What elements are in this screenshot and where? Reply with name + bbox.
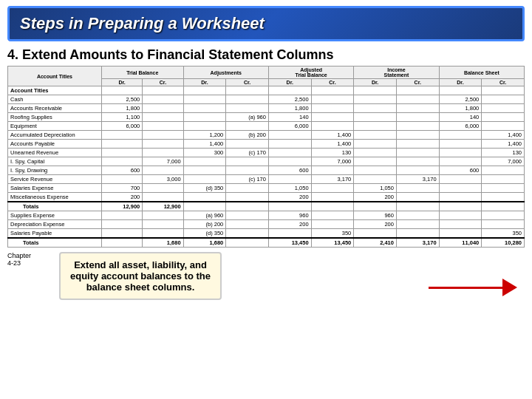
page-title: Steps in Preparing a Worksheet (20, 14, 512, 33)
cell (482, 193, 525, 202)
account-label: Depreciation Expense (8, 220, 102, 229)
cell (143, 149, 183, 157)
account-label: Cash (8, 95, 102, 104)
cell (311, 113, 354, 122)
cell: 1,200 (183, 131, 226, 140)
cell (268, 157, 311, 166)
cell (482, 175, 525, 184)
table-row: Salaries Payable(d) 350350350 (8, 229, 525, 239)
table-row: Supplies Expense(a) 960960960 (8, 211, 525, 220)
cell (226, 140, 269, 149)
cell (396, 193, 439, 202)
cell: 140 (439, 113, 482, 122)
cell (143, 184, 183, 193)
cell (101, 140, 142, 149)
cell: 10,280 (482, 238, 525, 248)
cell (354, 202, 397, 211)
account-label: Supplies Expense (8, 211, 102, 220)
cell: 200 (268, 193, 311, 202)
cell: 960 (354, 211, 397, 220)
cell (439, 202, 482, 211)
bottom-section: Chapter 4-23 Extend all asset, liability… (0, 250, 532, 300)
account-label: Totals (8, 238, 102, 248)
cell: 1,050 (268, 184, 311, 193)
cell (101, 175, 142, 184)
cell (226, 220, 269, 229)
account-label: Salaries Expense (8, 184, 102, 193)
cell (354, 95, 397, 104)
account-label: Accumulated Depreciation (8, 131, 102, 140)
cell (183, 166, 226, 175)
atb-dr: Dr. (268, 79, 311, 86)
cell (226, 211, 269, 220)
cell (268, 131, 311, 140)
cell: 300 (183, 149, 226, 157)
cell (226, 238, 269, 248)
cell (311, 220, 354, 229)
cell (183, 95, 226, 104)
cell: 1,400 (311, 140, 354, 149)
cell (226, 184, 269, 193)
cell: 13,450 (311, 238, 354, 248)
tb-cr: Cr. (143, 79, 183, 86)
cell: 1,400 (482, 131, 525, 140)
cell (396, 113, 439, 122)
chapter-info: Chapter 4-23 (7, 252, 52, 267)
cell: (c) 170 (226, 149, 269, 157)
trial-balance-header: Trial Balance (101, 66, 183, 79)
cell (396, 149, 439, 157)
cell (396, 157, 439, 166)
cell: 12,900 (101, 202, 142, 211)
cell (311, 202, 354, 211)
cell (482, 86, 525, 95)
cell (268, 175, 311, 184)
cell (268, 86, 311, 95)
cell (396, 95, 439, 104)
cell (143, 104, 183, 113)
table-row: Cash2,5002,5002,500 (8, 95, 525, 104)
cell (439, 86, 482, 95)
cell (396, 202, 439, 211)
cell (226, 95, 269, 104)
cell: 2,410 (354, 238, 397, 248)
cell: 1,800 (439, 104, 482, 113)
cell: 1,100 (101, 113, 142, 122)
cell: 7,000 (311, 157, 354, 166)
cell: 3,170 (396, 175, 439, 184)
cell (439, 229, 482, 239)
cell (396, 211, 439, 220)
table-row: Unearned Revenue300(c) 170130130 (8, 149, 525, 157)
cell (143, 211, 183, 220)
cell (183, 86, 226, 95)
account-label: I. Spy, Capital (8, 157, 102, 166)
cell (143, 95, 183, 104)
worksheet-table: Account Titles Trial Balance Adjustments… (7, 66, 525, 248)
adj-trial-header: AdjustedTrial Balance (268, 66, 353, 79)
cell (311, 122, 354, 131)
cell (268, 229, 311, 239)
cell (396, 220, 439, 229)
cell (482, 95, 525, 104)
cell (439, 184, 482, 193)
cell (482, 104, 525, 113)
cell: 6,000 (268, 122, 311, 131)
table-row: Roofing Supplies1,100(a) 960140140 (8, 113, 525, 122)
account-label: Miscellaneous Expense (8, 193, 102, 202)
cell (101, 238, 142, 248)
worksheet-area: Account Titles Trial Balance Adjustments… (0, 66, 532, 248)
cell: 600 (101, 166, 142, 175)
cell (101, 229, 142, 239)
cell: 200 (268, 220, 311, 229)
cell (268, 140, 311, 149)
cell (482, 211, 525, 220)
cell (354, 131, 397, 140)
cell: 3,170 (396, 238, 439, 248)
account-title-header: Account Titles (8, 66, 102, 86)
cell (396, 166, 439, 175)
cell (183, 202, 226, 211)
cell (143, 131, 183, 140)
cell (354, 113, 397, 122)
cell (396, 122, 439, 131)
cell (311, 95, 354, 104)
account-label: Unearned Revenue (8, 149, 102, 157)
